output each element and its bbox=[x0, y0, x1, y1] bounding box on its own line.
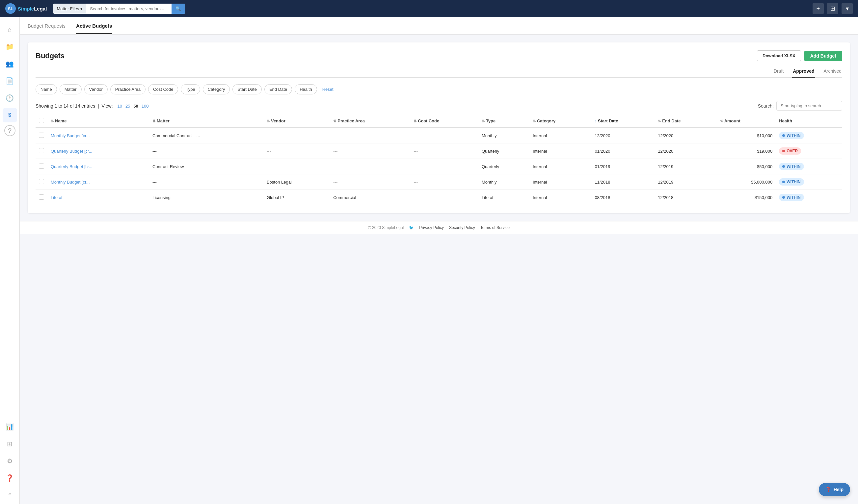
col-header-vendor[interactable]: ⇅Vendor bbox=[264, 114, 330, 128]
row-health-0: WITHIN bbox=[776, 128, 842, 143]
row-amount-2: $50,000 bbox=[717, 159, 776, 174]
entries-info: Showing 1 to 14 of 14 entries | View: 10… bbox=[35, 103, 149, 109]
search-input[interactable] bbox=[86, 4, 172, 14]
row-cb-3[interactable] bbox=[39, 179, 44, 184]
user-menu-button[interactable]: ⊞ bbox=[827, 3, 838, 14]
sidebar-item-help-circle[interactable]: ? bbox=[4, 125, 15, 136]
help-button[interactable]: ❓ Help bbox=[819, 483, 850, 496]
row-name-1[interactable]: Quarterly Budget [cr... bbox=[47, 143, 149, 159]
row-cb-4[interactable] bbox=[39, 194, 44, 200]
row-matter-2: Contract Review bbox=[149, 159, 264, 174]
view-50[interactable]: 50 bbox=[133, 104, 139, 109]
row-vendor-2: --- bbox=[264, 159, 330, 174]
filter-matter[interactable]: Matter bbox=[60, 84, 82, 94]
sidebar-item-documents[interactable]: 📄 bbox=[3, 74, 17, 88]
terms-of-service-link[interactable]: Terms of Service bbox=[480, 225, 510, 230]
row-amount-1: $19,000 bbox=[717, 143, 776, 159]
row-amount-4: $150,000 bbox=[717, 190, 776, 205]
table-controls: Showing 1 to 14 of 14 entries | View: 10… bbox=[35, 101, 842, 111]
filter-health[interactable]: Health bbox=[295, 84, 317, 94]
sidebar-item-reports[interactable]: 📊 bbox=[3, 420, 17, 434]
row-cb-0[interactable] bbox=[39, 133, 44, 138]
sidebar-item-budget[interactable]: $ bbox=[3, 108, 17, 123]
table-row: Quarterly Budget [cr... --- --- --- --- … bbox=[35, 143, 842, 159]
add-button[interactable]: + bbox=[813, 3, 824, 14]
filter-cost-code[interactable]: Cost Code bbox=[148, 84, 178, 94]
col-header-matter[interactable]: ⇅Matter bbox=[149, 114, 264, 128]
row-matter-0: Commercial Contract - ... bbox=[149, 128, 264, 143]
col-header-cost-code[interactable]: ⇅Cost Code bbox=[410, 114, 478, 128]
row-name-0[interactable]: Monthly Budget [cr... bbox=[47, 128, 149, 143]
row-health-4: WITHIN bbox=[776, 190, 842, 205]
filter-start-date[interactable]: Start Date bbox=[233, 84, 262, 94]
search-bar: Matter Files ▾ 🔍 bbox=[53, 4, 185, 14]
col-header-practice-area[interactable]: ⇅Practice Area bbox=[330, 114, 410, 128]
health-dot-2 bbox=[782, 165, 785, 168]
row-checkbox-1 bbox=[35, 143, 47, 159]
view-10[interactable]: 10 bbox=[116, 104, 123, 109]
status-tab-approved[interactable]: Approved bbox=[792, 66, 815, 78]
filter-vendor[interactable]: Vendor bbox=[84, 84, 108, 94]
filter-practice-area[interactable]: Practice Area bbox=[110, 84, 145, 94]
twitter-icon: 🐦 bbox=[409, 225, 414, 230]
col-header-name[interactable]: ⇅Name bbox=[47, 114, 149, 128]
health-badge-2: WITHIN bbox=[779, 163, 804, 170]
filter-type[interactable]: Type bbox=[181, 84, 200, 94]
privacy-policy-link[interactable]: Privacy Policy bbox=[419, 225, 444, 230]
row-practice-area-0: --- bbox=[330, 128, 410, 143]
status-tab-archived[interactable]: Archived bbox=[823, 66, 842, 78]
sidebar-expand-button[interactable]: » bbox=[3, 488, 17, 499]
row-name-2[interactable]: Quarterly Budget [cr... bbox=[47, 159, 149, 174]
filter-end-date[interactable]: End Date bbox=[265, 84, 292, 94]
health-dot-0 bbox=[782, 134, 785, 137]
search-button[interactable]: 🔍 bbox=[172, 4, 185, 14]
table-row: Monthly Budget [cr... --- Boston Legal -… bbox=[35, 174, 842, 190]
footer: © 2020 SimpleLegal 🐦 Privacy Policy Secu… bbox=[20, 221, 858, 234]
sidebar-item-folders[interactable]: 📁 bbox=[3, 39, 17, 54]
filter-name[interactable]: Name bbox=[35, 84, 57, 94]
health-dot-4 bbox=[782, 196, 785, 199]
sidebar-item-history[interactable]: 🕐 bbox=[3, 91, 17, 105]
search-type-dropdown[interactable]: Matter Files ▾ bbox=[53, 4, 86, 14]
row-cb-1[interactable] bbox=[39, 148, 44, 153]
row-checkbox-4 bbox=[35, 190, 47, 205]
row-vendor-4: Global IP bbox=[264, 190, 330, 205]
dropdown-button[interactable]: ▾ bbox=[842, 3, 853, 14]
reset-filters-link[interactable]: Reset bbox=[322, 87, 334, 92]
row-type-3: Monthly bbox=[478, 174, 529, 190]
security-policy-link[interactable]: Security Policy bbox=[449, 225, 475, 230]
top-nav: SL SimpleLegal Matter Files ▾ 🔍 + ⊞ ▾ bbox=[0, 0, 858, 17]
table-search-input[interactable] bbox=[776, 101, 842, 111]
sidebar-item-home[interactable]: ⌂ bbox=[3, 22, 17, 37]
sidebar-item-support[interactable]: ❓ bbox=[3, 471, 17, 485]
row-cost-code-4: --- bbox=[410, 190, 478, 205]
add-budget-button[interactable]: Add Budget bbox=[804, 51, 842, 61]
select-all-checkbox[interactable] bbox=[39, 118, 44, 123]
row-name-4[interactable]: Life of bbox=[47, 190, 149, 205]
status-tab-draft[interactable]: Draft bbox=[773, 66, 784, 78]
row-cb-2[interactable] bbox=[39, 163, 44, 169]
view-100[interactable]: 100 bbox=[141, 104, 149, 109]
tab-active-budgets[interactable]: Active Budgets bbox=[76, 17, 112, 34]
view-25[interactable]: 25 bbox=[125, 104, 131, 109]
search-label: Search: bbox=[758, 103, 774, 109]
row-practice-area-2: --- bbox=[330, 159, 410, 174]
sidebar-item-settings[interactable]: ⚙ bbox=[3, 454, 17, 468]
col-header-type[interactable]: ⇅Type bbox=[478, 114, 529, 128]
download-xlsx-button[interactable]: Download XLSX bbox=[757, 50, 801, 61]
filter-category[interactable]: Category bbox=[203, 84, 230, 94]
row-amount-0: $10,000 bbox=[717, 128, 776, 143]
row-start-date-2: 01/2019 bbox=[591, 159, 654, 174]
row-matter-4: Licensing bbox=[149, 190, 264, 205]
col-header-category[interactable]: ⇅Category bbox=[529, 114, 592, 128]
col-header-amount[interactable]: ⇅Amount bbox=[717, 114, 776, 128]
tab-budget-requests[interactable]: Budget Requests bbox=[28, 17, 65, 34]
sidebar-item-team[interactable]: 👥 bbox=[3, 56, 17, 71]
topnav-actions: + ⊞ ▾ bbox=[813, 3, 853, 14]
row-checkbox-2 bbox=[35, 159, 47, 174]
col-header-end-date[interactable]: ⇅End Date bbox=[654, 114, 716, 128]
row-name-3[interactable]: Monthly Budget [cr... bbox=[47, 174, 149, 190]
col-header-start-date[interactable]: ↑Start Date bbox=[591, 114, 654, 128]
sidebar-item-grid[interactable]: ⊞ bbox=[3, 437, 17, 451]
row-start-date-3: 11/2018 bbox=[591, 174, 654, 190]
